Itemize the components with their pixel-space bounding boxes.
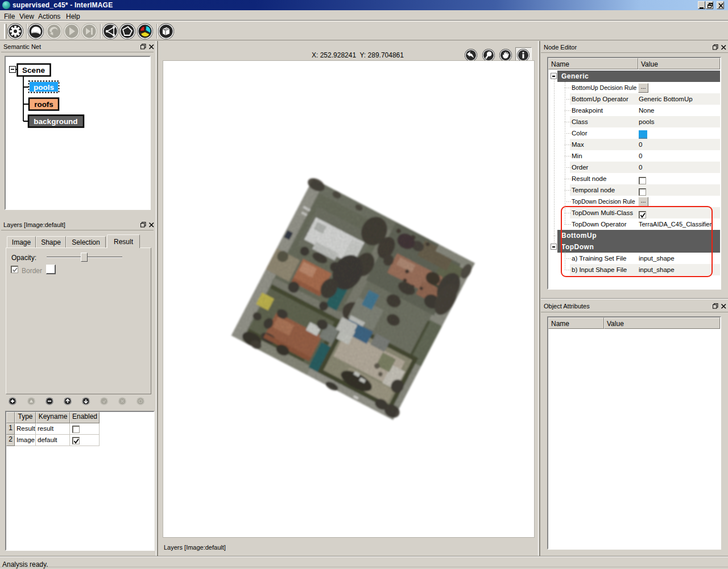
svg-text:background: background (34, 117, 77, 126)
svg-text:roofs: roofs (34, 100, 53, 109)
svg-text:Scene: Scene (22, 66, 45, 75)
svg-text:pools: pools (34, 83, 54, 92)
